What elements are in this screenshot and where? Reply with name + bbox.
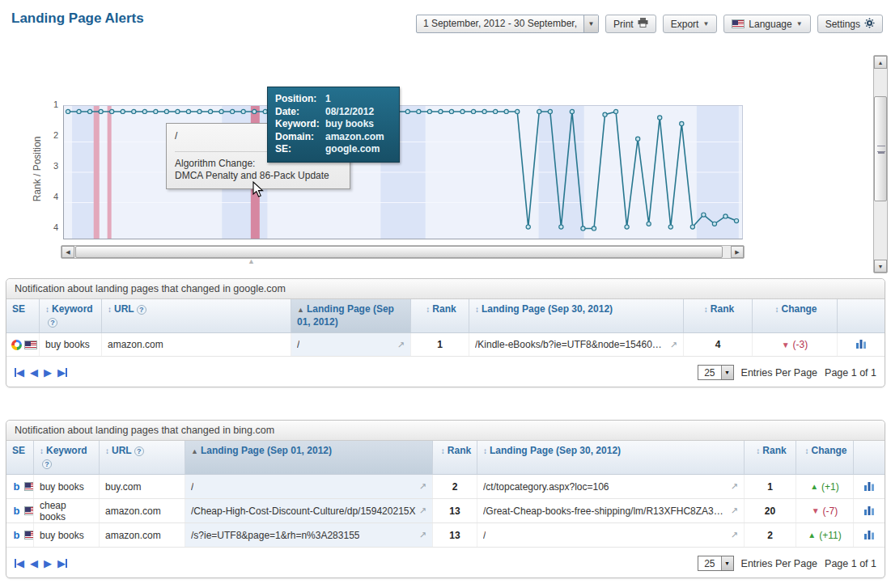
pager-last-button[interactable]: ▶	[57, 558, 67, 569]
language-button[interactable]: Language ▼	[723, 15, 810, 33]
expand-icon[interactable]: ↗	[731, 506, 738, 516]
tooltip-row: Domain:amazon.com	[275, 131, 392, 144]
date-range-select[interactable]: 1 September, 2012 - 30 September, ▼	[416, 15, 599, 33]
bar-chart-icon[interactable]	[863, 480, 876, 493]
entries-per-page-label: Entries Per Page	[741, 558, 818, 569]
column-header-landing-page-sep30[interactable]: ↕Landing Page (Sep 30, 2012)	[477, 441, 745, 474]
url-cell: amazon.com	[100, 499, 185, 522]
chart-vertical-scrollbar[interactable]: ▲ ▼	[873, 55, 888, 273]
column-header-keyword[interactable]: ↕Keyword?	[40, 299, 102, 332]
column-header-rank-sep30[interactable]: ↕Rank	[684, 299, 753, 332]
column-header-rank-sep30[interactable]: ↕Rank	[745, 441, 796, 474]
expand-icon[interactable]: ↗	[419, 530, 426, 540]
change-cell: ▼(-3)	[753, 333, 838, 356]
table-body: buy books amazon.com /↗ 1 /Kindle-eBooks…	[6, 333, 885, 357]
pager-last-icon	[66, 559, 67, 568]
arrow-up-icon: ▲	[808, 531, 816, 539]
change-cell: ▲(+1)	[796, 475, 854, 498]
y-tick: 2	[45, 130, 58, 140]
column-header-rank-sep01[interactable]: ↕Rank	[411, 299, 469, 332]
help-icon[interactable]: ?	[137, 305, 146, 315]
y-tick: 4	[45, 222, 58, 232]
pager-first-icon	[15, 559, 16, 568]
url-cell: amazon.com	[102, 333, 291, 356]
column-header-change[interactable]: ↕Change	[796, 441, 854, 474]
chart-horizontal-scrollbar[interactable]: ◀ ▶	[61, 245, 745, 259]
pager-first-button[interactable]: ◀	[15, 558, 24, 569]
column-header-landing-page-sep01[interactable]: ▲Landing Page (Sep 01, 2012)	[185, 441, 433, 474]
horizontal-scrollbar-thumb[interactable]	[75, 246, 723, 258]
scroll-left-button[interactable]: ◀	[62, 246, 74, 258]
bing-icon	[11, 530, 22, 540]
arrow-up-icon: ▲	[810, 482, 818, 491]
google-icon	[11, 340, 22, 350]
pager-next-button[interactable]: ▶	[44, 367, 52, 378]
arrow-down-icon: ▼	[812, 506, 820, 515]
chevron-down-icon[interactable]: ▼	[583, 15, 598, 32]
column-header-se[interactable]: SE	[6, 441, 34, 474]
help-icon[interactable]: ?	[42, 459, 52, 469]
tooltip-row: SE:google.com	[275, 143, 392, 156]
pager-prev-button[interactable]: ◀	[30, 367, 38, 378]
column-header-url[interactable]: ↕URL?	[100, 441, 185, 474]
pager-last-button[interactable]: ▶	[57, 367, 67, 378]
sort-asc-icon: ▲	[297, 306, 304, 314]
landing-page-sep01-cell: /Cheap-High-Cost-Discount-Culture/dp/159…	[185, 499, 433, 522]
column-header-history	[838, 299, 885, 332]
arrow-down-icon: ▼	[782, 341, 790, 349]
scroll-down-button[interactable]: ▼	[874, 260, 887, 273]
entries-per-page-select[interactable]: 25▼	[698, 365, 733, 380]
chart-plot-area[interactable]	[63, 105, 743, 239]
pager-prev-button[interactable]: ◀	[30, 558, 38, 569]
expand-icon[interactable]: ↗	[731, 530, 738, 540]
sort-icon: ↕	[441, 446, 445, 455]
bar-chart-icon[interactable]	[855, 338, 868, 351]
expand-icon[interactable]: ↗	[419, 481, 426, 492]
pager-next-button[interactable]: ▶	[44, 558, 52, 569]
se-cell	[6, 499, 34, 522]
settings-button[interactable]: Settings	[817, 15, 883, 33]
help-icon[interactable]: ?	[134, 446, 144, 456]
pager-first-button[interactable]: ◀	[15, 367, 24, 378]
column-header-rank-sep01[interactable]: ↕Rank	[433, 441, 477, 474]
table-body: buy books buy.com /↗ 2 /ct/topcategory.a…	[6, 475, 885, 548]
column-header-url[interactable]: ↕URL?	[102, 299, 291, 332]
landing-page-sep01-cell: /↗	[185, 475, 433, 498]
column-header-se[interactable]: SE	[6, 299, 40, 332]
tooltip-row: Position:1	[275, 93, 392, 106]
scroll-right-button[interactable]: ▶	[731, 246, 744, 258]
landing-page-sep30-cell: /Kindle-eBooks/b?ie=UTF8&node=154606011↗	[469, 333, 684, 356]
column-header-keyword[interactable]: ↕Keyword?	[34, 441, 100, 474]
bing-notifications-panel: Notification about landing pages that ch…	[6, 420, 885, 578]
mouse-cursor	[252, 181, 264, 200]
expand-icon[interactable]: ↗	[419, 506, 426, 516]
pagination-right: 25▼ Entries Per Page Page 1 of 1	[698, 556, 876, 571]
annotation-text: DMCA Penalty and 86-Pack Update	[175, 170, 342, 182]
expand-icon[interactable]: ↗	[731, 481, 738, 492]
column-header-landing-page-sep01[interactable]: ▲Landing Page (Sep 01, 2012)	[291, 299, 411, 332]
rank-history-chart: Rank / Position 1 2 3 4 4 / Algorithm Ch…	[0, 50, 891, 278]
entries-per-page-select[interactable]: 25▼	[698, 556, 733, 571]
sort-asc-icon: ▲	[191, 447, 198, 455]
table-row: buy books amazon.com /↗ 1 /Kindle-eBooks…	[6, 333, 885, 357]
url-cell: amazon.com	[100, 523, 185, 547]
chevron-down-icon: ▼	[796, 20, 803, 27]
pagination-right: 25▼ Entries Per Page Page 1 of 1	[698, 365, 876, 380]
scroll-up-button[interactable]: ▲	[874, 56, 887, 69]
vertical-scrollbar-thumb[interactable]	[874, 96, 887, 201]
print-button[interactable]: Print	[605, 15, 656, 33]
bar-chart-icon[interactable]	[863, 505, 876, 518]
landing-page-sep30-cell: /Great-Cheap-books-free-shipping/lm/R13X…	[477, 499, 745, 522]
expand-icon[interactable]: ↗	[397, 340, 405, 350]
bar-chart-icon[interactable]	[863, 529, 876, 542]
timeline-marker-icon: ▲	[248, 257, 255, 265]
table-header-row: SE ↕Keyword? ↕URL? ▲Landing Page (Sep 01…	[6, 441, 885, 475]
help-icon[interactable]: ?	[48, 318, 57, 328]
pagination: ◀ ◀ ▶ ▶ 25▼ Entries Per Page Page 1 of 1	[6, 548, 885, 577]
keyword-cell: buy books	[40, 333, 102, 356]
expand-icon[interactable]: ↗	[670, 340, 677, 350]
column-header-landing-page-sep30[interactable]: ↕Landing Page (Sep 30, 2012)	[469, 299, 684, 332]
export-button[interactable]: Export ▼	[663, 15, 718, 33]
us-flag-icon	[24, 341, 37, 349]
column-header-change[interactable]: ↕Change	[753, 299, 838, 332]
